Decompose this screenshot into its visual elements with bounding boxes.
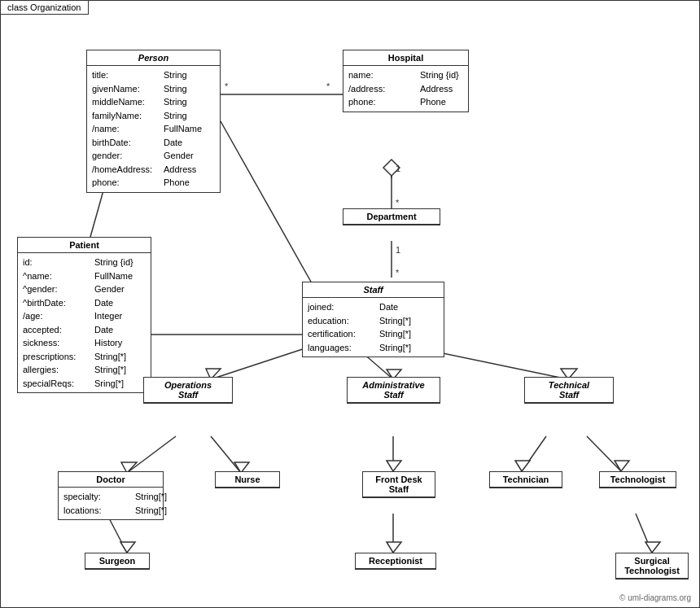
surgeon-title: Surgeon <box>85 553 149 569</box>
staff-class: Staff joined:Date education:String[*] ce… <box>302 282 444 357</box>
surgical-technologist-title: Surgical Technologist <box>616 553 688 579</box>
doctor-attrs: specialty:String[*] locations:String[*] <box>59 488 163 519</box>
svg-marker-40 <box>645 542 660 553</box>
front-desk-staff-class: Front Desk Staff <box>362 471 435 498</box>
svg-marker-36 <box>120 542 135 553</box>
svg-line-27 <box>211 436 241 473</box>
svg-marker-30 <box>387 461 401 471</box>
nurse-class: Nurse <box>215 471 280 488</box>
svg-marker-4 <box>383 160 400 176</box>
hospital-attrs: name:String {id} /address:Address phone:… <box>343 66 468 112</box>
svg-line-14 <box>221 121 322 302</box>
svg-marker-38 <box>387 542 401 553</box>
diagram-container: class Organization * * 1 * 1 * * <box>0 0 700 608</box>
front-desk-staff-title: Front Desk Staff <box>363 472 435 497</box>
svg-line-33 <box>587 436 621 471</box>
svg-text:1: 1 <box>396 164 400 173</box>
doctor-title: Doctor <box>59 472 163 488</box>
patient-title: Patient <box>18 238 151 253</box>
svg-line-25 <box>127 436 176 473</box>
hospital-class: Hospital name:String {id} /address:Addre… <box>343 50 469 112</box>
staff-attrs: joined:Date education:String[*] certific… <box>303 298 444 356</box>
doctor-class: Doctor specialty:String[*] locations:Str… <box>58 471 164 520</box>
svg-marker-34 <box>615 461 629 471</box>
technical-staff-class: Technical Staff <box>524 377 614 404</box>
department-class: Department <box>343 208 440 225</box>
receptionist-class: Receptionist <box>355 553 436 570</box>
technologist-title: Technologist <box>600 472 676 488</box>
svg-text:*: * <box>326 81 330 91</box>
svg-text:*: * <box>225 81 229 91</box>
svg-line-39 <box>636 514 652 553</box>
operations-staff-class: Operations Staff <box>143 377 233 404</box>
svg-line-31 <box>522 436 546 471</box>
person-title: Person <box>87 50 220 66</box>
person-attrs: title:String givenName:String middleName… <box>87 66 220 192</box>
department-title: Department <box>343 209 440 225</box>
staff-title: Staff <box>303 282 444 298</box>
surgeon-class: Surgeon <box>85 553 150 570</box>
administrative-staff-title: Administrative Staff <box>348 378 440 403</box>
technician-class: Technician <box>489 471 562 488</box>
nurse-title: Nurse <box>216 472 279 488</box>
patient-attrs: id:String {id} ^name:FullName ^gender:Ge… <box>18 253 151 392</box>
hospital-title: Hospital <box>343 50 468 66</box>
receptionist-title: Receptionist <box>356 553 435 569</box>
technician-title: Technician <box>490 472 562 488</box>
technical-staff-title: Technical Staff <box>525 378 613 403</box>
copyright: © uml-diagrams.org <box>619 593 691 602</box>
administrative-staff-class: Administrative Staff <box>347 377 440 404</box>
patient-class: Patient id:String {id} ^name:FullName ^g… <box>17 237 151 393</box>
person-class: Person title:String givenName:String mid… <box>86 50 221 193</box>
svg-marker-32 <box>515 461 530 471</box>
surgical-technologist-class: Surgical Technologist <box>615 553 689 580</box>
operations-staff-title: Operations Staff <box>144 378 232 403</box>
svg-text:*: * <box>396 268 400 278</box>
svg-text:1: 1 <box>396 245 400 255</box>
technologist-class: Technologist <box>599 471 676 488</box>
diagram-title: class Organization <box>1 1 89 15</box>
svg-text:*: * <box>396 198 400 208</box>
